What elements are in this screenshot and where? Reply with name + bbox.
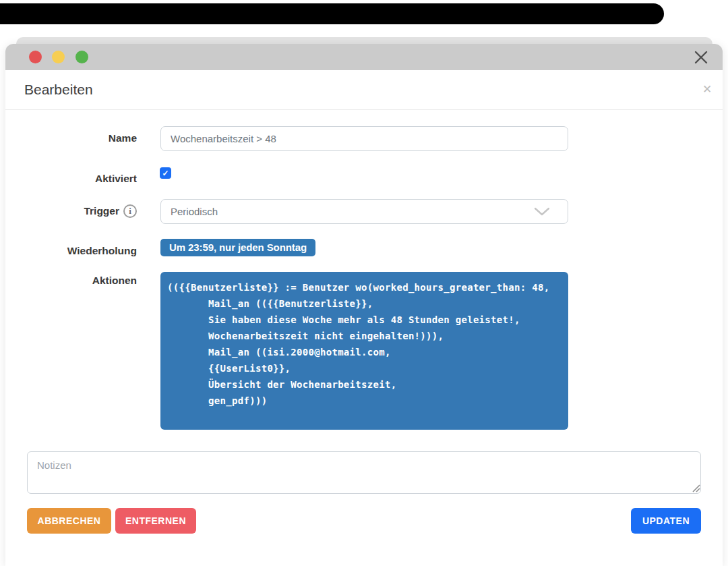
trigger-label: Trigger i (5, 204, 137, 219)
aktionen-label: Aktionen (5, 273, 137, 288)
modal-header: Bearbeiten (5, 70, 723, 110)
abbrechen-button[interactable]: ABBRECHEN (27, 508, 111, 534)
aktionen-code-text: (({{Benutzerliste}} := Benutzer wo(worke… (167, 279, 568, 409)
aktionen-code-block[interactable]: (({{Benutzerliste}} := Benutzer wo(worke… (160, 272, 568, 430)
aktiviert-checkbox[interactable]: ✓ (160, 167, 171, 179)
name-label: Name (5, 131, 137, 146)
traffic-light-maximize[interactable] (75, 51, 88, 63)
wiederholung-label: Wiederholung (5, 244, 137, 258)
notizen-textarea[interactable] (27, 451, 701, 494)
trigger-select-value: Periodisch (171, 200, 218, 223)
traffic-light-minimize[interactable] (52, 51, 65, 63)
chevron-down-icon (534, 207, 550, 219)
entfernen-button[interactable]: ENTFERNEN (115, 508, 196, 534)
top-black-bar (0, 3, 664, 24)
aktiviert-label: Aktiviert (5, 171, 137, 186)
modal-title: Bearbeiten (24, 70, 93, 109)
screenshot-canvas: Bearbeiten ✕ Name Aktiviert ✓ Trigger i … (0, 0, 728, 566)
name-input[interactable] (160, 126, 568, 151)
traffic-light-close[interactable] (29, 51, 42, 63)
app-window: Bearbeiten ✕ Name Aktiviert ✓ Trigger i … (5, 44, 723, 566)
modal-close-icon[interactable]: ✕ (700, 82, 715, 97)
trigger-select[interactable]: Periodisch (160, 199, 568, 224)
info-icon[interactable]: i (123, 204, 137, 218)
wiederholung-badge[interactable]: Um 23:59, nur jeden Sonntag (160, 239, 315, 256)
checkmark-icon: ✓ (162, 169, 169, 177)
window-titlebar (5, 44, 723, 70)
updaten-button[interactable]: UPDATEN (631, 508, 701, 534)
window-close-icon[interactable] (693, 49, 709, 65)
